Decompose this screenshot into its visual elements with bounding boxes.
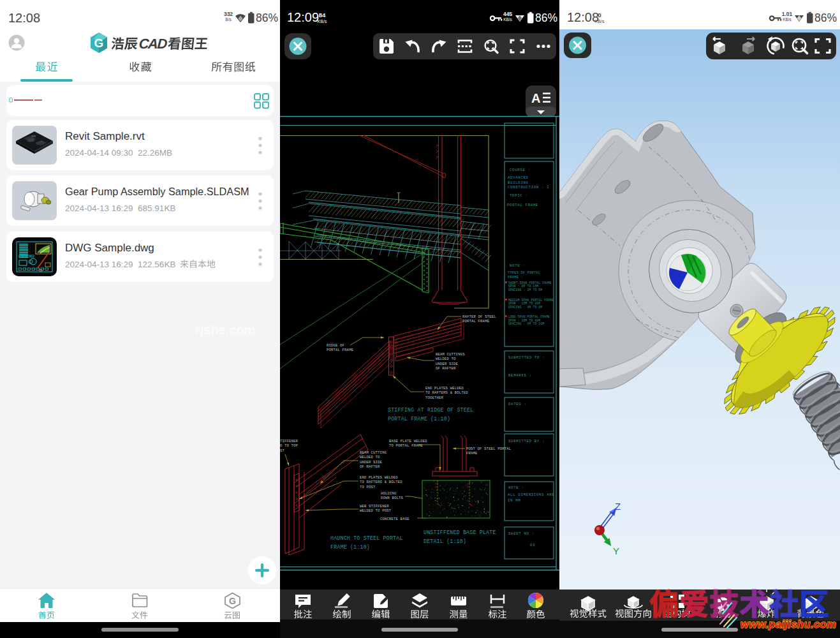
svg-text:FRAME: FRAME — [466, 451, 478, 456]
svg-text:BUILDING: BUILDING — [508, 181, 529, 185]
svg-text:ADVANCED: ADVANCED — [508, 175, 529, 180]
svg-text:BEAM CUTTINGS: BEAM CUTTINGS — [436, 352, 465, 357]
svg-text:TO PORTAL FRAME: TO PORTAL FRAME — [389, 443, 423, 448]
svg-text:PORTAL FRAME: PORTAL FRAME — [507, 203, 538, 207]
svg-text:OF RAFTER: OF RAFTER — [436, 366, 456, 371]
svg-text:KB/s: KB/s — [783, 17, 792, 22]
svg-text:IN MM: IN MM — [508, 498, 520, 503]
svg-text:HAUNCH TO STEEL PORTAL: HAUNCH TO STEEL PORTAL — [330, 535, 403, 541]
svg-text:SPACING : 4M TO 8M: SPACING : 4M TO 8M — [508, 306, 542, 309]
svg-text:SPACING : 3M TO 5M: SPACING : 3M TO 5M — [508, 288, 542, 292]
svg-text:0: 0 — [598, 11, 601, 19]
svg-text:TO RAFTERS & BOLTED: TO RAFTERS & BOLTED — [360, 480, 402, 484]
svg-text:FRAME (1:10): FRAME (1:10) — [330, 544, 370, 550]
svg-text:DOWN BOLTS: DOWN BOLTS — [381, 496, 404, 500]
svg-text:86%: 86% — [256, 11, 278, 24]
svg-text:COURSE :: COURSE : — [510, 168, 531, 172]
svg-text:TOPIC :: TOPIC : — [510, 193, 528, 198]
svg-text:332: 332 — [224, 11, 233, 17]
svg-text:B/s: B/s — [225, 17, 232, 22]
svg-text:SPAN : 15M TO 20M: SPAN : 15M TO 20M — [508, 302, 540, 305]
svg-text:UNDER SIDE: UNDER SIDE — [436, 362, 459, 366]
svg-text:REMARKS :: REMARKS : — [508, 373, 532, 378]
svg-text:DATED :: DATED : — [508, 402, 527, 406]
svg-text:MEDIUM-SPAN PORTAL FRAME: MEDIUM-SPAN PORTAL FRAME — [508, 299, 554, 302]
svg-text:BASE PLATE WELDED: BASE PLATE WELDED — [389, 439, 427, 443]
svg-text:POST OF STEEL PORTAL: POST OF STEEL PORTAL — [466, 447, 512, 451]
svg-text:Z: Z — [615, 501, 621, 512]
svg-text:UNSTIFFENED BASE PLATE: UNSTIFFENED BASE PLATE — [424, 530, 496, 535]
svg-text:FRAME :: FRAME : — [508, 276, 523, 279]
svg-text:ALL DIMENSIONS ARE: ALL DIMENSIONS ARE — [508, 493, 554, 497]
svg-text:WELDED TO POST: WELDED TO POST — [360, 508, 392, 513]
svg-text:STIFFING AT RIDGE OF STEEL: STIFFING AT RIDGE OF STEEL — [388, 407, 473, 413]
svg-text:PORTAL FRAME: PORTAL FRAME — [327, 348, 354, 352]
svg-text:BEAM CUTTING: BEAM CUTTING — [360, 450, 387, 455]
svg-text:SUBMITTED TO :: SUBMITTED TO : — [508, 355, 545, 360]
svg-text:G: G — [94, 36, 104, 50]
svg-text:SPACING : 6M TO 10M: SPACING : 6M TO 10M — [508, 322, 544, 325]
svg-text:WELDED TO: WELDED TO — [436, 357, 456, 361]
svg-text:Y: Y — [613, 545, 619, 556]
svg-text:OF RAFTER: OF RAFTER — [360, 464, 380, 469]
svg-text:ST: ST — [280, 449, 285, 453]
svg-text:WELDED TO: WELDED TO — [360, 455, 380, 459]
svg-text:NOTE :: NOTE : — [508, 486, 524, 490]
svg-text:WEB STIFFENER: WEB STIFFENER — [360, 504, 389, 508]
svg-text:CONSTRUCTION - I: CONSTRUCTION - I — [508, 185, 549, 189]
svg-text:TO RAFTERS & BOLTED: TO RAFTERS & BOLTED — [425, 390, 468, 395]
svg-text:03: 03 — [530, 543, 535, 547]
svg-text:RAFTER OF STEEL: RAFTER OF STEEL — [462, 315, 496, 319]
svg-text:CONCRETE BASE: CONCRETE BASE — [380, 517, 409, 521]
svg-text:UNDER SIDE: UNDER SIDE — [360, 460, 383, 464]
svg-text:END PLATES WELDED: END PLATES WELDED — [360, 475, 398, 480]
svg-text:SPAN : UP TO 15M: SPAN : UP TO 15M — [508, 285, 538, 288]
svg-text:SHEET NO :: SHEET NO : — [508, 531, 534, 536]
svg-text:KB/s: KB/s — [595, 19, 605, 24]
svg-text:CAD: CAD — [138, 36, 168, 52]
svg-text:www.paijishu.com: www.paijishu.com — [741, 618, 837, 630]
svg-text:D TO TOP: D TO TOP — [280, 443, 298, 448]
svg-text:PORTAL FRAME (1:10): PORTAL FRAME (1:10) — [388, 416, 450, 422]
svg-text:PORTAL FRAME: PORTAL FRAME — [462, 319, 490, 323]
svg-text:HOLDING: HOLDING — [381, 491, 397, 496]
svg-text:END PLATES WELDED: END PLATES WELDED — [425, 386, 464, 390]
svg-text:1.01: 1.01 — [782, 11, 793, 17]
svg-text:DETAIL (1:10): DETAIL (1:10) — [424, 538, 466, 544]
svg-text:SPAN : 30M TO 60M: SPAN : 30M TO 60M — [508, 319, 540, 322]
svg-text:TIFFENER: TIFFENER — [280, 439, 298, 443]
svg-text:SHORT-SPAN PORTAL FRAME: SHORT-SPAN PORTAL FRAME — [508, 281, 552, 285]
svg-text:G: G — [229, 596, 236, 606]
svg-text:TOGETHER: TOGETHER — [425, 396, 444, 400]
svg-text:RIDGE OF: RIDGE OF — [327, 343, 345, 348]
svg-text:86%: 86% — [814, 11, 837, 24]
svg-text:TYPES OF PORTAL: TYPES OF PORTAL — [508, 271, 540, 275]
svg-text:NOTE :: NOTE : — [510, 263, 525, 268]
svg-text:SUBMITTED BY :: SUBMITTED BY : — [508, 439, 545, 443]
svg-text:LONG-SPAN PORTAL FRAME: LONG-SPAN PORTAL FRAME — [508, 315, 550, 318]
svg-text:TO POST: TO POST — [360, 485, 376, 489]
